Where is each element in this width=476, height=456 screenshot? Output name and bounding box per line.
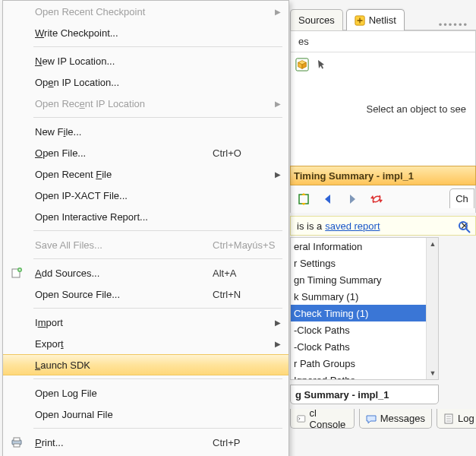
menu-new-file[interactable]: New File... — [3, 121, 288, 142]
chk-tab-label: Ch — [456, 193, 468, 204]
svg-rect-8 — [298, 415, 305, 421]
svg-rect-17 — [14, 444, 20, 447]
menu-open-journal-file[interactable]: Open Journal File — [3, 404, 288, 425]
tree-item[interactable]: r Settings — [291, 255, 438, 271]
menu-save-all-files: Save All Files... Ctrl+Mayús+S — [3, 234, 288, 255]
tab-log[interactable]: Log — [437, 409, 476, 429]
menu-open-recent-checkpoint: Open Recent Checkpoint ▶ — [3, 1, 288, 22]
separator — [33, 428, 282, 429]
chevron-right-icon: ▶ — [275, 170, 281, 179]
menu-print[interactable]: Print... Ctrl+P — [3, 432, 288, 453]
menu-add-sources[interactable]: Add Sources... Alt+A — [3, 262, 288, 283]
scroll-up-icon[interactable]: ▲ — [427, 238, 439, 250]
saved-report-banner: is is a saved report ✕ — [290, 216, 476, 236]
menu-open-file[interactable]: Open File... Ctrl+O — [3, 142, 288, 163]
menu-write-checkpoint[interactable]: Write Checkpoint... — [3, 22, 288, 43]
chevron-right-icon: ▶ — [275, 340, 281, 348]
tab-sources[interactable]: Sources — [290, 9, 343, 30]
svg-rect-16 — [14, 438, 20, 441]
menu-import[interactable]: Import ▶ — [3, 312, 288, 333]
design-run-footer-tab[interactable]: g Summary - impl_1 — [290, 385, 439, 404]
tab-console-label: cl Console — [310, 407, 348, 430]
print-icon — [11, 436, 23, 448]
tab-console[interactable]: cl Console — [290, 409, 355, 429]
top-tabs: Sources Netlist •••••• — [290, 6, 473, 30]
separator — [33, 230, 282, 231]
console-icon — [297, 413, 306, 424]
menu-export[interactable]: Export ▶ — [3, 333, 288, 354]
chevron-right-icon: ▶ — [275, 8, 281, 16]
menu-open-log-file[interactable]: Open Log File — [3, 382, 288, 404]
tab-log-label: Log — [458, 413, 474, 424]
tree-item[interactable]: r Path Groups — [291, 355, 438, 372]
saved-report-link[interactable]: saved report — [325, 220, 380, 232]
menu-open-recent-ip-location: Open Recent IP Location ▶ — [3, 93, 288, 114]
file-menu: Open Recent Checkpoint ▶ Write Checkpoin… — [2, 0, 289, 456]
design-run-header-label: Timing Summary - impl_1 — [294, 170, 414, 182]
menu-open-interactive-report[interactable]: Open Interactive Report... — [3, 206, 288, 227]
tree-item[interactable]: k Summary (1) — [291, 288, 438, 305]
design-run-header: Timing Summary - impl_1 — [290, 166, 476, 185]
tab-messages-label: Messages — [380, 413, 425, 424]
saved-report-prefix: is is a — [297, 220, 322, 232]
tree-item[interactable]: eral Information — [291, 238, 438, 255]
netlist-icon — [355, 15, 365, 26]
forward-icon[interactable] — [345, 192, 359, 206]
menu-open-source-file[interactable]: Open Source File... Ctrl+N — [3, 283, 288, 305]
add-sources-icon — [11, 267, 23, 279]
pointer-icon[interactable] — [317, 59, 327, 70]
report-nav-toolbar — [290, 185, 476, 213]
bottom-tabs: cl Console Messages Log — [290, 409, 476, 430]
tree-item-selected[interactable]: Check Timing (1) — [291, 305, 438, 321]
properties-panel: es Select an object to see — [290, 30, 476, 167]
svg-line-7 — [466, 229, 470, 233]
search-icon[interactable] — [458, 220, 471, 234]
chevron-right-icon: ▶ — [275, 318, 281, 327]
expand-all-icon[interactable] — [297, 192, 311, 206]
separator — [33, 258, 282, 259]
tree-item[interactable]: -Clock Paths — [291, 321, 438, 338]
separator — [33, 117, 282, 118]
tab-netlist[interactable]: Netlist — [346, 9, 405, 30]
menu-open-recent-file[interactable]: Open Recent File ▶ — [3, 163, 288, 185]
separator — [33, 46, 282, 47]
scrollbar[interactable]: ▲ ▼ — [426, 238, 438, 379]
separator — [33, 378, 282, 379]
chevron-right-icon: ▶ — [275, 100, 281, 108]
properties-toolbar — [291, 52, 475, 76]
menu-open-ip-location[interactable]: Open IP Location... — [3, 71, 288, 93]
design-run-footer-label: g Summary - impl_1 — [295, 389, 389, 401]
component-icon[interactable] — [295, 58, 309, 71]
chk-tab[interactable]: Ch — [449, 188, 474, 208]
log-icon — [443, 413, 454, 424]
tab-netlist-label: Netlist — [369, 14, 396, 26]
menu-launch-sdk[interactable]: Launch SDK — [3, 354, 288, 375]
tab-sources-label: Sources — [298, 14, 335, 26]
tree-item[interactable]: Ignored Paths — [291, 372, 438, 380]
messages-icon — [366, 413, 377, 424]
refresh-icon[interactable] — [370, 192, 383, 206]
menu-open-ipxact[interactable]: Open IP-XACT File... — [3, 185, 288, 206]
svg-rect-5 — [299, 195, 308, 204]
back-icon[interactable] — [321, 192, 335, 206]
tree-item[interactable]: gn Timing Summary — [291, 271, 438, 288]
separator — [33, 308, 282, 309]
scroll-down-icon[interactable]: ▼ — [427, 367, 439, 379]
tree-item[interactable]: -Clock Paths — [291, 338, 438, 355]
svg-point-6 — [459, 222, 467, 230]
timing-tree: eral Information r Settings gn Timing Su… — [290, 237, 439, 380]
tab-overflow-icon[interactable]: •••••• — [434, 19, 473, 30]
properties-title-fragment: es — [291, 31, 475, 52]
properties-empty-prompt: Select an object to see — [291, 76, 475, 115]
menu-new-ip-location[interactable]: New IP Location... — [3, 50, 288, 71]
tab-messages[interactable]: Messages — [359, 409, 432, 429]
